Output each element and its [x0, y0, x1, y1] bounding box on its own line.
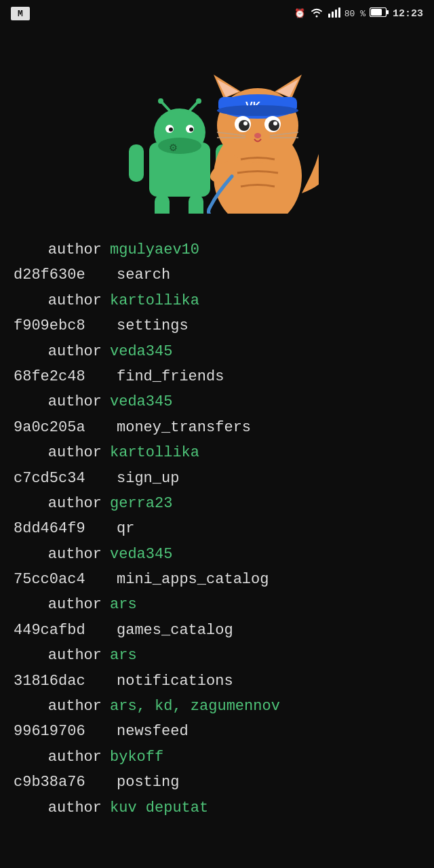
author-name: ars: [110, 643, 137, 668]
author-row: authorveda345: [14, 542, 420, 567]
author-label: author: [14, 440, 102, 465]
author-name: kartollika: [110, 288, 199, 313]
hash-row: 68fe2c48find_friends: [14, 364, 420, 389]
author-name: mgulyaev10: [110, 237, 199, 262]
commit-hash: 99619706: [14, 719, 108, 744]
author-row: authorars: [14, 643, 420, 668]
status-left: M: [11, 7, 30, 20]
author-row: authorveda345: [14, 389, 420, 414]
svg-point-37: [243, 121, 248, 125]
cat-android-svg: ⚙ VK: [115, 37, 319, 214]
hash-row: 99619706newsfeed: [14, 719, 420, 744]
commit-hash: 8dd464f9: [14, 516, 108, 541]
hash-row: 9a0c205amoney_transfers: [14, 415, 420, 440]
hash-row: 31816dacnotifications: [14, 669, 420, 694]
hash-row: d28f630esearch: [14, 262, 420, 288]
svg-line-14: [190, 102, 198, 111]
hash-row: 449cafbdgames_catalog: [14, 618, 420, 643]
commit-hash: 68fe2c48: [14, 364, 108, 389]
author-name: ars, kd, zagumennov: [110, 694, 280, 719]
author-label: author: [14, 745, 102, 770]
author-name: kartollika: [110, 440, 199, 465]
status-bar: M ⏰ 80 %: [0, 0, 434, 27]
svg-rect-5: [387, 10, 389, 14]
svg-rect-19: [155, 195, 170, 214]
svg-point-15: [158, 98, 163, 104]
author-name: kuv deputat: [110, 795, 208, 821]
commit-hash: 449cafbd: [14, 618, 108, 643]
author-label: author: [14, 592, 102, 617]
author-row: authorkuv deputat: [14, 795, 420, 821]
author-row: authorkartollika: [14, 440, 420, 465]
svg-point-32: [217, 105, 298, 116]
svg-point-16: [196, 98, 201, 104]
svg-point-35: [239, 120, 250, 131]
hash-row: f909ebc8settings: [14, 313, 420, 338]
commit-list: authormgulyaev10d28f630esearchauthorkart…: [0, 231, 434, 848]
commit-hash: 75cc0ac4: [14, 567, 108, 592]
author-label: author: [14, 542, 102, 567]
author-name: ars: [110, 592, 137, 617]
svg-point-21: [158, 138, 201, 154]
svg-rect-17: [129, 144, 144, 182]
branch-name: newsfeed: [117, 719, 189, 744]
svg-point-12: [189, 127, 193, 132]
battery-icon: [370, 7, 389, 20]
author-label: author: [14, 237, 102, 262]
hash-row: c9b38a76posting: [14, 770, 420, 795]
wifi-icon: [309, 7, 324, 20]
author-row: authorveda345: [14, 339, 420, 364]
branch-name: money_transfers: [117, 415, 251, 440]
branch-name: sign_up: [117, 466, 179, 491]
hash-row: 75cc0ac4mini_apps_catalog: [14, 567, 420, 592]
author-label: author: [14, 491, 102, 516]
svg-line-13: [161, 102, 170, 111]
author-label: author: [14, 339, 102, 364]
commit-hash: 31816dac: [14, 669, 108, 694]
signal-icon: [328, 7, 340, 20]
status-time: 12:23: [393, 8, 423, 20]
branch-name: search: [117, 262, 170, 288]
branch-name: games_catalog: [117, 618, 233, 643]
commit-hash: f909ebc8: [14, 313, 108, 338]
battery-label: 80 %: [344, 9, 366, 19]
alarm-icon: ⏰: [294, 8, 305, 19]
commit-hash: c7cd5c34: [14, 466, 108, 491]
author-label: author: [14, 643, 102, 668]
svg-rect-20: [189, 195, 203, 214]
branch-name: find_friends: [117, 364, 224, 389]
status-right: ⏰ 80 % 12:23: [294, 7, 423, 20]
svg-point-39: [254, 133, 261, 138]
author-row: authorars: [14, 592, 420, 617]
branch-name: settings: [117, 313, 189, 338]
svg-text:⚙: ⚙: [170, 141, 177, 155]
svg-point-11: [169, 127, 173, 132]
author-label: author: [14, 694, 102, 719]
author-row: authormgulyaev10: [14, 237, 420, 262]
author-row: authorkartollika: [14, 288, 420, 313]
author-label: author: [14, 288, 102, 313]
svg-rect-3: [338, 7, 340, 18]
svg-rect-2: [335, 9, 337, 18]
svg-rect-1: [332, 12, 334, 18]
commit-hash: d28f630e: [14, 262, 108, 288]
branch-name: posting: [117, 770, 179, 795]
svg-point-36: [269, 120, 279, 131]
author-row: authorgerra23: [14, 491, 420, 516]
branch-name: mini_apps_catalog: [117, 567, 269, 592]
commit-hash: c9b38a76: [14, 770, 108, 795]
hash-row: 8dd464f9qr: [14, 516, 420, 541]
author-name: veda345: [110, 389, 172, 414]
author-name: gerra23: [110, 491, 172, 516]
author-name: bykoff: [110, 745, 163, 770]
author-name: veda345: [110, 339, 172, 364]
hash-row: c7cd5c34sign_up: [14, 466, 420, 491]
branch-name: qr: [117, 516, 134, 541]
svg-point-38: [273, 121, 277, 125]
svg-rect-6: [371, 9, 382, 16]
hero-illustration: ⚙ VK: [0, 27, 434, 231]
branch-name: notifications: [117, 669, 233, 694]
svg-rect-0: [328, 14, 330, 18]
author-label: author: [14, 795, 102, 821]
commit-hash: 9a0c205a: [14, 415, 108, 440]
